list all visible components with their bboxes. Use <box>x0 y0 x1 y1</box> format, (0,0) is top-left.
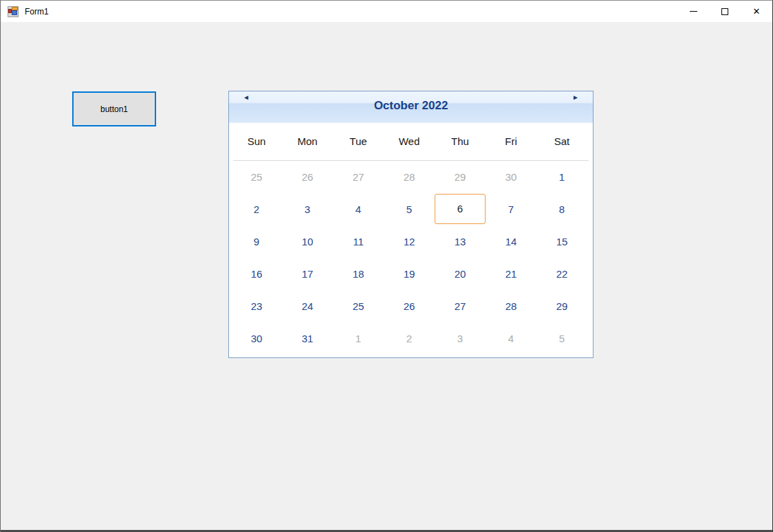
date-grid: 2526272829301234567891011121314151617181… <box>229 161 593 355</box>
window-title: Form1 <box>25 7 49 16</box>
date-cell[interactable]: 4 <box>333 193 384 225</box>
date-cell[interactable]: 3 <box>435 322 486 355</box>
day-header: Sun <box>231 123 282 160</box>
date-cell[interactable]: 27 <box>435 290 486 322</box>
date-cell[interactable]: 1 <box>536 161 587 193</box>
maximize-icon <box>721 8 728 15</box>
day-header: Wed <box>384 123 435 160</box>
date-cell[interactable]: 13 <box>435 225 486 258</box>
date-cell[interactable]: 5 <box>384 193 435 225</box>
date-cell[interactable]: 11 <box>333 225 384 258</box>
prev-month-arrow-icon[interactable]: ◄ <box>243 93 250 101</box>
date-cell[interactable]: 19 <box>384 258 435 290</box>
date-cell[interactable]: 23 <box>231 290 282 322</box>
date-cell[interactable]: 12 <box>384 225 435 258</box>
minimize-button[interactable] <box>677 1 709 22</box>
date-cell[interactable]: 3 <box>282 193 333 225</box>
date-cell[interactable]: 25 <box>333 290 384 322</box>
day-header: Fri <box>486 123 536 160</box>
date-cell[interactable]: 2 <box>384 322 435 355</box>
app-icon-blue-square <box>12 10 17 15</box>
form-client-area: button1 ◄ October 2022 ► SunMonTueWedThu… <box>1 22 772 531</box>
date-cell[interactable]: 22 <box>536 258 587 290</box>
date-cell[interactable]: 10 <box>282 225 333 258</box>
date-cell[interactable]: 14 <box>486 225 536 258</box>
date-cell[interactable]: 9 <box>231 225 282 258</box>
minimize-icon <box>690 11 697 12</box>
next-month-arrow-icon[interactable]: ► <box>572 93 579 101</box>
day-names-row: SunMonTueWedThuFriSat <box>229 123 593 160</box>
close-button[interactable]: ✕ <box>741 1 772 22</box>
form-window: Form1 ✕ button1 ◄ October 2022 ► SunMonT… <box>0 0 773 532</box>
date-cell[interactable]: 30 <box>231 322 282 355</box>
month-calendar: ◄ October 2022 ► SunMonTueWedThuFriSat 2… <box>228 91 594 358</box>
date-cell[interactable]: 17 <box>282 258 333 290</box>
date-cell[interactable]: 16 <box>231 258 282 290</box>
maximize-button[interactable] <box>709 1 741 22</box>
date-cell[interactable]: 15 <box>536 225 587 258</box>
titlebar: Form1 ✕ <box>1 1 772 22</box>
date-cell-today[interactable]: 6 <box>435 194 486 224</box>
window-controls: ✕ <box>677 1 772 22</box>
day-header: Mon <box>282 123 333 160</box>
date-cell[interactable]: 21 <box>486 258 536 290</box>
date-cell[interactable]: 27 <box>333 161 384 193</box>
date-cell[interactable]: 5 <box>536 322 587 355</box>
date-cell[interactable]: 24 <box>282 290 333 322</box>
close-icon: ✕ <box>753 7 761 16</box>
date-cell[interactable]: 29 <box>435 161 486 193</box>
date-cell[interactable]: 7 <box>486 193 536 225</box>
date-cell[interactable]: 18 <box>333 258 384 290</box>
date-cell[interactable]: 20 <box>435 258 486 290</box>
calendar-header: ◄ October 2022 ► <box>229 91 593 123</box>
date-cell[interactable]: 29 <box>536 290 587 322</box>
day-header: Sat <box>536 123 587 160</box>
day-header: Thu <box>435 123 486 160</box>
day-header: Tue <box>333 123 384 160</box>
date-cell[interactable]: 8 <box>536 193 587 225</box>
date-cell[interactable]: 4 <box>486 322 536 355</box>
date-cell[interactable]: 30 <box>486 161 536 193</box>
date-cell[interactable]: 26 <box>282 161 333 193</box>
calendar-month-title: October 2022 <box>229 91 593 113</box>
app-icon-red-square <box>8 9 12 13</box>
date-cell[interactable]: 26 <box>384 290 435 322</box>
button1[interactable]: button1 <box>72 91 156 126</box>
date-cell[interactable]: 25 <box>231 161 282 193</box>
date-cell[interactable]: 2 <box>231 193 282 225</box>
date-cell[interactable]: 28 <box>486 290 536 322</box>
date-cell[interactable]: 28 <box>384 161 435 193</box>
date-cell[interactable]: 31 <box>282 322 333 355</box>
date-cell[interactable]: 1 <box>333 322 384 355</box>
winforms-app-icon <box>8 6 19 17</box>
